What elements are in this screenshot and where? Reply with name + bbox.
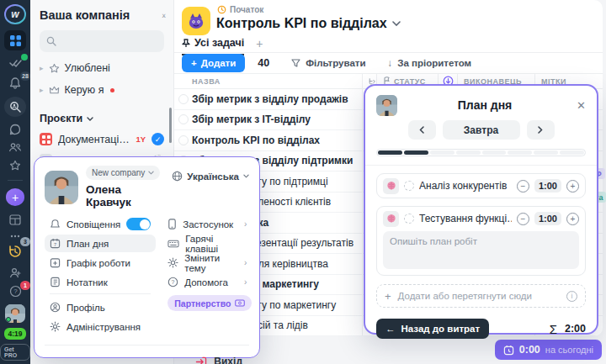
logout-button[interactable]: Вихід <box>189 352 249 364</box>
filter-button[interactable]: Фільтрувати <box>291 58 365 68</box>
company-switcher[interactable]: New company <box>86 166 160 180</box>
breadcrumb[interactable]: Початок <box>217 5 263 14</box>
crown-icon <box>49 85 60 95</box>
invite-user-icon[interactable] <box>4 266 26 281</box>
day-selector[interactable]: Завтра <box>443 120 520 140</box>
language-label: Українська <box>187 171 239 182</box>
chat-icon[interactable] <box>4 123 26 137</box>
chevron-down-icon <box>148 171 154 175</box>
task-status-circle[interactable] <box>404 181 414 191</box>
clock-icon <box>217 5 226 14</box>
caret-right-icon[interactable]: ▸ <box>40 64 44 72</box>
drop-zone[interactable]: + Додати або перетягнути сюди i <box>376 284 586 308</box>
menu-item-profile[interactable]: Профіль <box>45 298 156 316</box>
plan-description-input[interactable]: Опишіть план робіт <box>383 231 579 269</box>
profile-icon <box>50 302 61 313</box>
search-people-icon[interactable] <box>4 97 26 117</box>
menu-item-work-schedule[interactable]: Графік роботи <box>45 254 156 272</box>
language-selector[interactable]: Українська <box>172 171 249 182</box>
dashboard-icon[interactable] <box>4 30 26 50</box>
notifications-toggle[interactable] <box>126 218 151 230</box>
page-title[interactable]: Контроль KPI по відділах <box>216 16 401 31</box>
menu-label: Адміністрування <box>66 322 141 332</box>
back-to-costs-button[interactable]: ← Назад до витрат <box>376 319 489 339</box>
project-color-icon <box>40 133 52 145</box>
help-clock-icon[interactable]: ? 1 <box>4 284 26 298</box>
company-title: Ваша компанія <box>40 8 130 22</box>
online-status-dot <box>6 317 11 322</box>
next-day-button[interactable] <box>527 120 555 140</box>
tasks-badge <box>21 54 28 61</box>
calendar-icon: 7 <box>50 238 61 249</box>
pending-timer-icon[interactable]: 3 <box>4 240 26 261</box>
minus-icon[interactable]: − <box>517 180 529 193</box>
menu-item-notifications[interactable]: Сповіщення <box>45 215 156 233</box>
project-emoji-icon[interactable] <box>182 7 210 35</box>
plus-icon[interactable]: + <box>566 213 579 225</box>
tracked-time-badge[interactable]: 4:19 <box>4 328 25 340</box>
collapse-sidebar-icon[interactable]: ›‹ <box>162 11 164 20</box>
add-new-button[interactable]: + <box>6 188 24 205</box>
sort-button[interactable]: ↓ За пріоритетом <box>388 58 472 68</box>
search-input[interactable] <box>61 35 157 47</box>
calendar-plus-icon <box>50 257 61 268</box>
menu-item-help[interactable]: ? Допомога › <box>162 273 252 291</box>
projects-header[interactable]: Проєкти <box>40 113 164 124</box>
notifications-bell-icon[interactable]: 28 <box>4 75 26 90</box>
avatar <box>376 95 397 116</box>
projects-label: Проєкти <box>40 113 82 124</box>
menu-item-theme[interactable]: Змінити тему › <box>162 254 252 272</box>
sidebar-scrollbar[interactable] <box>169 108 172 143</box>
sidebar-item-managed[interactable]: ▸ Керую я <box>40 84 164 96</box>
back-label: Назад до витрат <box>401 324 481 334</box>
chevron-right-icon: › <box>244 219 247 229</box>
star-icon[interactable] <box>4 159 26 173</box>
sidebar-item-favorites[interactable]: ▸ Улюблені <box>40 62 164 74</box>
task-status-circle[interactable] <box>178 135 189 145</box>
partnership-button[interactable]: Партнерство <box>167 295 252 311</box>
close-icon[interactable]: ✕ <box>572 99 586 112</box>
caret-right-icon[interactable]: ▸ <box>40 86 44 94</box>
search-box[interactable] <box>40 30 164 52</box>
task-time[interactable]: 1:00 <box>534 179 561 193</box>
menu-label: Допомога <box>184 277 228 288</box>
info-icon[interactable]: i <box>566 291 577 302</box>
project-member-check[interactable]: ✓ <box>152 133 164 145</box>
menu-item-notebook[interactable]: Нотатник <box>45 273 156 291</box>
get-pro-button[interactable]: Get PRO <box>0 344 30 361</box>
chevron-right-icon <box>538 126 543 134</box>
menu-item-hotkeys[interactable]: Гарячі клавіші <box>162 235 252 252</box>
task-status-circle[interactable] <box>178 94 189 104</box>
add-task-button[interactable]: + Додати <box>182 54 245 72</box>
task-time[interactable]: 1:00 <box>534 212 561 225</box>
reports-icon[interactable] <box>4 213 26 227</box>
plus-icon[interactable]: + <box>566 180 579 193</box>
app-logo[interactable]: w <box>4 4 26 24</box>
plan-task-name: Аналіз конкурентів <box>419 180 512 192</box>
plan-task-card[interactable]: Аналіз конкурентів − 1:00 + <box>376 173 586 198</box>
today-timer-button[interactable]: 0:00 на сьогодні <box>495 340 602 360</box>
managed-label: Керую я <box>65 84 104 96</box>
pin-icon <box>182 39 190 48</box>
breadcrumb-label: Початок <box>230 5 263 14</box>
sum-icon: Σ <box>550 322 557 336</box>
menu-item-day-plan[interactable]: 7 План дня <box>45 235 156 252</box>
chevron-right-icon: › <box>244 258 247 267</box>
team-icon[interactable] <box>4 140 26 155</box>
menu-item-administration[interactable]: Адміністрування <box>45 318 156 335</box>
svg-text:7: 7 <box>54 242 56 247</box>
plan-task-card[interactable]: Тестування функці… − 1:00 + Опишіть план… <box>376 206 586 276</box>
logout-label: Вихід <box>214 356 242 364</box>
column-name[interactable]: НАЗВА <box>192 74 362 88</box>
notifications-badge: 28 <box>20 71 30 81</box>
avatar[interactable] <box>45 171 78 204</box>
tasks-check-icon[interactable] <box>4 55 26 70</box>
avatar[interactable] <box>5 304 25 323</box>
project-item[interactable]: Документації та інс… 1Y ✓ <box>40 133 164 145</box>
page-title-label: Контроль KPI по відділах <box>216 16 387 31</box>
task-status-circle[interactable] <box>404 214 414 224</box>
menu-item-app[interactable]: Застосунок › <box>162 215 252 233</box>
task-status-circle[interactable] <box>178 114 189 124</box>
minus-icon[interactable]: − <box>517 213 529 225</box>
prev-day-button[interactable] <box>408 120 436 140</box>
